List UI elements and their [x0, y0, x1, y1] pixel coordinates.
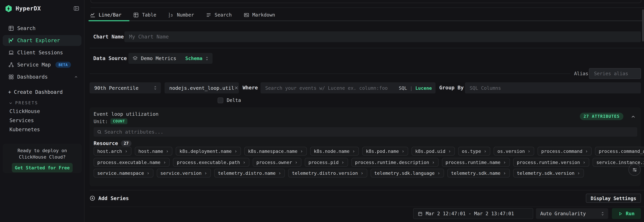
layers-icon: [132, 56, 138, 61]
preset-kubernetes[interactable]: Kubernetes: [10, 127, 40, 133]
sidebar-item-service-map[interactable]: Service Map BETA: [0, 59, 84, 71]
attribute-chip[interactable]: process.runtime.version›: [513, 158, 589, 167]
aggregation-select[interactable]: 90th Percentile: [90, 82, 161, 93]
attribute-chip[interactable]: os.type›: [458, 147, 490, 156]
sidebar-item-search[interactable]: Search: [0, 22, 84, 34]
add-series-button[interactable]: Add Series: [90, 194, 129, 203]
sidebar-collapse-icon[interactable]: [73, 5, 80, 11]
attribute-chip[interactable]: os.version›: [494, 147, 534, 156]
sidebar-item-client-sessions[interactable]: Client Sessions: [0, 46, 84, 59]
hyperdx-logo-icon: [5, 4, 12, 13]
main-content: Line/Bar Table 123 Number Search Markdow…: [84, 0, 644, 222]
attribute-chip[interactable]: process.pid›: [305, 158, 348, 167]
alias-row: Alias: [84, 68, 644, 79]
attribute-chip[interactable]: process.runtime.description›: [351, 158, 438, 167]
lucene-option[interactable]: Lucene: [415, 85, 432, 91]
tab-line-bar[interactable]: Line/Bar: [90, 12, 122, 18]
attribute-chip[interactable]: process.command_args›: [595, 147, 644, 156]
attribute-chip[interactable]: k8s.deployment.name›: [176, 147, 241, 156]
data-source-select[interactable]: Demo Metrics Schema: [128, 53, 212, 64]
scrollbar-thumb[interactable]: [642, 9, 644, 41]
query-language-toggle[interactable]: SQL | Lucene: [399, 85, 436, 91]
attribute-chip[interactable]: process.owner›: [253, 158, 302, 167]
alias-input[interactable]: [589, 68, 641, 79]
attribute-chip[interactable]: service.version›: [156, 169, 211, 178]
sidebar-item-chart-explorer[interactable]: Chart Explorer: [3, 35, 82, 46]
tab-markdown[interactable]: Markdown: [244, 12, 275, 18]
sql-option[interactable]: SQL: [399, 85, 407, 91]
chevron-right-icon: ›: [528, 149, 530, 154]
attribute-chip[interactable]: process.runtime.name›: [442, 158, 510, 167]
time-range-picker[interactable]: Mar 2 12:47:01 - Mar 2 13:47:01: [413, 208, 533, 219]
create-dashboard-button[interactable]: + Create Dashboard: [8, 89, 63, 95]
divider: [90, 7, 644, 8]
sidebar-item-label: Chart Explorer: [17, 37, 60, 43]
chevron-right-icon: ›: [585, 149, 588, 154]
floating-action-button[interactable]: [628, 164, 640, 176]
plus-icon: +: [8, 89, 11, 95]
run-label: Run: [626, 211, 634, 216]
group-by-label: Group By: [439, 82, 464, 93]
attribute-search-input[interactable]: [104, 129, 634, 135]
attribute-chip[interactable]: k8s.pod.uid›: [412, 147, 455, 156]
chevron-up-icon[interactable]: [631, 114, 636, 119]
bottom-bar: Mar 2 12:47:01 - Mar 2 13:47:01 Auto Gra…: [84, 208, 644, 219]
attribute-chip[interactable]: telemetry.sdk.name›: [447, 169, 510, 178]
tab-table[interactable]: Table: [133, 12, 156, 18]
chevron-right-icon: ›: [234, 149, 237, 154]
attribute-chip[interactable]: k8s.pod.name›: [362, 147, 408, 156]
series-row: 90th Percentile nodejs.event_loop.util W…: [84, 82, 644, 93]
granularity-select[interactable]: Auto Granularity: [536, 208, 608, 219]
attribute-chip[interactable]: telemetry.distro.version›: [288, 169, 367, 178]
chart-preview-box-edge: [90, 0, 641, 3]
preset-clickhouse[interactable]: ClickHouse: [10, 108, 40, 114]
preset-services[interactable]: Services: [10, 117, 34, 123]
presets-header[interactable]: PRESETS: [9, 101, 38, 105]
metric-name: nodejs.event_loop.util: [169, 85, 234, 91]
attributes-count-badge[interactable]: 27 ATTRIBUTES: [580, 113, 624, 120]
attribute-chip[interactable]: host.arch›: [94, 147, 131, 156]
service-map-icon: [8, 62, 14, 68]
presets-label: PRESETS: [15, 101, 38, 105]
svg-text:3: 3: [170, 13, 172, 17]
tab-label: Table: [142, 12, 156, 17]
metric-description: Event loop utilization: [94, 111, 158, 117]
display-settings-button[interactable]: Display Settings: [586, 194, 641, 203]
attribute-chip-label: process.command_args: [599, 148, 644, 154]
tab-search[interactable]: Search: [206, 12, 232, 18]
get-started-button[interactable]: Get Started for Free: [12, 163, 73, 172]
attribute-chip[interactable]: process.executable.path›: [173, 158, 249, 167]
attribute-chip[interactable]: telemetry.distro.name›: [214, 169, 285, 178]
delta-checkbox[interactable]: [218, 97, 223, 103]
tab-number[interactable]: 123 Number: [168, 12, 194, 18]
chevron-right-icon: ›: [577, 171, 580, 176]
attribute-chip-row: service.namespace›service.version›teleme…: [94, 169, 637, 178]
attribute-chip[interactable]: telemetry.sdk.language›: [370, 169, 444, 178]
attribute-chip[interactable]: k8s.node.name›: [310, 147, 359, 156]
attribute-chip-row: host.arch›host.name›k8s.deployment.name›…: [94, 147, 637, 156]
close-icon[interactable]: [234, 86, 238, 90]
chevron-right-icon: ›: [402, 149, 404, 154]
attribute-chip-label: process.runtime.version: [517, 160, 580, 165]
sidebar-item-dashboards[interactable]: Dashboards: [0, 71, 84, 83]
where-search-input[interactable]: [260, 85, 399, 91]
attribute-chip[interactable]: telemetry.sdk.version›: [513, 169, 584, 178]
sidebar-item-label: Service Map: [17, 62, 51, 68]
metric-chip[interactable]: nodejs.event_loop.util: [164, 82, 239, 93]
attribute-chip[interactable]: k8s.namespace.name›: [244, 147, 307, 156]
run-button[interactable]: Run: [612, 208, 641, 219]
beta-badge: BETA: [56, 62, 71, 68]
group-by-input[interactable]: [465, 82, 641, 93]
chevron-right-icon: ›: [438, 171, 440, 176]
attribute-chip[interactable]: process.command›: [538, 147, 592, 156]
app-title: HyperDX: [16, 5, 41, 12]
chart-line-icon: [8, 37, 14, 43]
attribute-chip[interactable]: host.name›: [135, 147, 172, 156]
attribute-chip[interactable]: process.executable.name›: [94, 158, 170, 167]
attribute-chip-label: os.type: [462, 148, 481, 154]
divider: [90, 207, 644, 207]
unit-row: Unit: COUNT: [94, 118, 128, 124]
attribute-chip-row: process.executable.name›process.executab…: [94, 158, 637, 167]
chart-name-input[interactable]: [124, 31, 641, 42]
attribute-chip[interactable]: service.namespace›: [94, 169, 153, 178]
